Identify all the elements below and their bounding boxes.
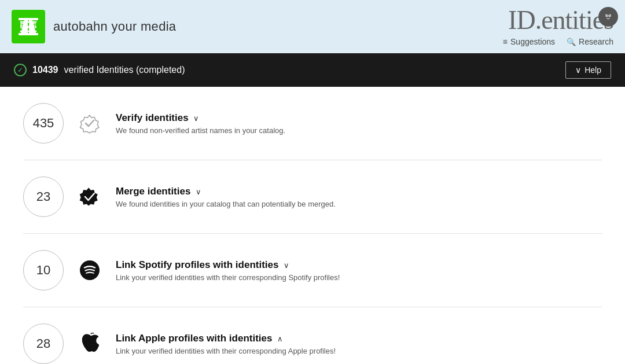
task-merge-icon [78,185,102,209]
research-label: Research [579,37,613,46]
task-merge-count: 23 [23,177,64,217]
task-apple-chevron: ∧ [277,334,283,343]
status-text: verified Identities (completed) [64,65,185,75]
header-left: EMS autobahn your media [12,10,176,43]
task-verify-desc: We found non-verified artist names in yo… [116,126,602,135]
task-merge-title[interactable]: Merge identities ∨ [116,186,602,197]
task-spotify-info: Link Spotify profiles with identities ∨ … [116,259,602,282]
task-spotify-chevron: ∨ [284,261,289,270]
nav-research[interactable]: 🔍 Research [567,37,613,46]
task-verify-count: 435 [23,103,64,144]
help-button[interactable]: ∨ Help [565,61,611,79]
svg-rect-10 [31,23,34,30]
task-apple-desc: Link your verified identities with their… [116,347,602,355]
id-entities-logo: ID.entities [508,7,613,34]
help-label: Help [584,65,601,75]
task-verify-title[interactable]: Verify identities ∨ [116,112,602,124]
task-spotify-title[interactable]: Link Spotify profiles with identities ∨ [116,259,602,271]
status-bar: ✓ 10439 verified Identities (completed) … [0,53,625,87]
svg-rect-8 [20,21,37,23]
verified-icon: ✓ [14,64,27,76]
suggestions-label: Suggestions [510,37,555,46]
status-count: 10439 [32,65,58,75]
header: EMS autobahn your media ID.entities ≡ Su… [0,0,625,53]
task-merge-chevron: ∨ [196,187,201,196]
task-spotify: 10 Link Spotify profiles with identities… [23,234,602,307]
list-icon: ≡ [503,37,508,46]
task-apple-count: 28 [23,323,64,364]
header-nav: ≡ Suggestions 🔍 Research [503,37,613,46]
brand-name: autobahn your media [53,19,176,34]
id-entities-text: ID.entities [508,5,613,35]
svg-point-16 [80,260,100,280]
help-chevron: ∨ [575,65,581,75]
search-icon: 🔍 [567,38,576,46]
main-content: 435 Verify identities ∨ We found non-ver… [0,87,625,364]
task-spotify-desc: Link your verified identities with their… [116,273,602,282]
task-verify-chevron: ∨ [193,114,199,123]
status-left: ✓ 10439 verified Identities (completed) [14,64,185,76]
task-merge-desc: We found identities in your catalog that… [116,200,602,208]
task-apple: 28 Link Apple profiles with identities ∧… [23,307,602,364]
user-avatar[interactable] [598,7,618,27]
nav-suggestions[interactable]: ≡ Suggestions [503,37,555,46]
task-merge: 23 Merge identities ∨ We found identitie… [23,160,602,234]
task-apple-title[interactable]: Link Apple profiles with identities ∧ [116,333,602,344]
header-right: ID.entities ≡ Suggestions 🔍 Research [503,7,613,46]
task-spotify-count: 10 [23,250,64,291]
svg-point-11 [604,12,613,22]
task-verify-icon [78,111,102,135]
task-apple-info: Link Apple profiles with identities ∧ Li… [116,333,602,355]
task-apple-icon [78,332,102,356]
ems-logo: EMS [12,10,45,43]
svg-rect-9 [23,23,26,30]
task-verify-info: Verify identities ∨ We found non-verifie… [116,112,602,135]
task-spotify-icon [78,258,102,282]
svg-rect-7 [20,31,37,32]
task-merge-info: Merge identities ∨ We found identities i… [116,186,602,208]
task-verify: 435 Verify identities ∨ We found non-ver… [23,87,602,160]
